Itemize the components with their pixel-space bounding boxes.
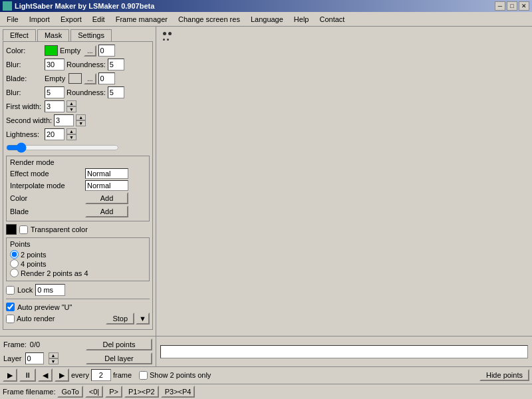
blade-color-swatch[interactable] [68,73,82,84]
interpolate-mode-label: Interpolate mode [10,182,83,190]
tab-settings[interactable]: Settings [70,29,112,41]
goto-button[interactable]: GoTo [57,386,82,398]
next-button[interactable]: ▶ [55,368,69,382]
radio-render-2-as-4: Render 2 points as 4 [10,269,146,277]
lock-row: Lock [6,284,150,296]
every-input[interactable] [91,369,111,381]
menu-bar: File Import Export Edit Frame manager Ch… [0,12,532,27]
last-row: Frame filename: GoTo <0| P> P1><P2 P3><P… [0,384,532,399]
del-layer-button[interactable]: Del layer [86,352,152,364]
maximize-button[interactable]: □ [507,1,517,11]
transparent-color-swatch[interactable] [6,224,17,235]
pause-button[interactable]: ⏸ [19,368,36,382]
second-width-down[interactable]: ▼ [76,120,86,126]
blade-label: Blade: [6,74,43,82]
menu-export[interactable]: Export [55,14,87,25]
timeline-bar[interactable] [160,345,528,358]
frame-left: Frame: 0/0 Del points Layer ▲ ▼ Del laye… [0,336,156,366]
second-width-input[interactable] [54,114,74,126]
auto-render-checkbox[interactable] [6,315,15,323]
blur-input-1[interactable] [45,59,65,70]
color-empty-text: Empty [60,47,80,55]
show-points-checkbox[interactable] [139,371,148,380]
p3p4-button[interactable]: P3><P4 [161,386,196,398]
effect-mode-row: Effect mode Normal [10,168,146,179]
blur-input-2[interactable] [45,86,65,98]
title-text: LightSaber Maker by LSMaker 0.907beta [15,2,154,10]
menu-edit[interactable]: Edit [87,14,110,25]
layer-up[interactable]: ▲ [49,352,59,358]
radio-2-points: 2 points [10,250,146,259]
radio-2-points-input[interactable] [10,250,19,259]
layer-down[interactable]: ▼ [49,358,59,364]
menu-language[interactable]: Language [245,14,289,25]
frame-controls: Frame: 0/0 Del points Layer ▲ ▼ Del laye… [0,336,532,366]
p1p2-button[interactable]: P1><P2 [124,386,159,398]
second-width-up[interactable]: ▲ [76,114,86,120]
left-panel: Effect Mask Settings Color: Empty ... Bl… [0,27,156,336]
angle-bracket-button[interactable]: <0| [85,386,103,398]
color-browse-button[interactable]: ... [84,45,96,57]
lightness-spinner[interactable]: ▲ ▼ [66,128,76,140]
menu-help[interactable]: Help [289,14,315,25]
del-points-button[interactable]: Del points [86,338,152,350]
roundness-input-2[interactable] [108,86,124,98]
lightness-label: Lightness: [6,130,43,138]
p-button[interactable]: P> [105,386,122,398]
menu-frame-manager[interactable]: Frame manager [110,14,173,25]
lock-checkbox[interactable] [6,286,15,295]
lock-input[interactable] [35,284,65,296]
blur-row-1: Blur: Roundness: [6,59,150,70]
dot-1 [163,32,166,35]
tabs: Effect Mask Settings [0,27,156,41]
preview-dots [163,32,172,42]
points-title: Points [10,240,146,248]
transparent-color-checkbox[interactable] [19,225,28,234]
radio-render-2-as-4-input[interactable] [10,269,19,277]
layer-input[interactable] [25,352,44,364]
blade-browse-button[interactable]: ... [84,73,96,84]
second-width-spinner[interactable]: ▲ ▼ [76,114,86,126]
interpolate-mode-row: Interpolate mode Normal [10,180,146,191]
blade-add-button[interactable]: Add [85,205,128,217]
first-width-down[interactable]: ▼ [66,106,76,112]
first-width-up[interactable]: ▲ [66,100,76,106]
frame-right [156,336,532,366]
nav-controls: ▶ ⏸ ◀ ▶ every frame Show 2 points only H… [0,366,532,384]
close-button[interactable]: ✕ [519,1,529,11]
dot-3 [163,39,165,41]
roundness-input-1[interactable] [108,59,124,70]
color-num-input[interactable] [98,45,115,57]
tab-mask[interactable]: Mask [37,29,69,41]
menu-file[interactable]: File [1,14,24,25]
color-swatch-green[interactable] [45,45,58,56]
minimize-button[interactable]: ─ [495,1,505,11]
stop-button[interactable]: Stop [106,313,134,325]
frame-label-nav: frame [113,371,132,379]
lightness-input[interactable] [45,128,65,140]
stop-arrow-button[interactable]: ▼ [136,313,150,325]
first-width-input[interactable] [45,100,65,112]
lightness-down[interactable]: ▼ [66,134,76,140]
frame-value: 0/0 [30,340,40,348]
menu-import[interactable]: Import [24,14,55,25]
radio-render-2-as-4-label: Render 2 points as 4 [21,269,88,277]
blade-num-input[interactable] [98,72,115,84]
auto-preview-checkbox[interactable] [6,303,15,311]
menu-change-screen-res[interactable]: Change screen res [173,14,245,25]
second-width-row: Second width: ▲ ▼ [6,114,150,126]
color-add-button[interactable]: Add [85,192,128,204]
lightness-up[interactable]: ▲ [66,128,76,134]
first-width-label: First width: [6,102,43,110]
layer-label: Layer [3,354,22,362]
menu-contact[interactable]: Contact [314,14,350,25]
prev-button[interactable]: ◀ [38,368,53,382]
points-section: Points 2 points 4 points Render 2 points… [6,237,150,281]
hide-points-button[interactable]: Hide points [479,369,529,381]
tab-effect[interactable]: Effect [3,29,36,41]
layer-spinner[interactable]: ▲ ▼ [49,352,59,364]
radio-4-points-input[interactable] [10,259,19,268]
effect-slider[interactable] [6,142,119,153]
play-button[interactable]: ▶ [3,368,17,382]
first-width-spinner[interactable]: ▲ ▼ [66,100,76,112]
